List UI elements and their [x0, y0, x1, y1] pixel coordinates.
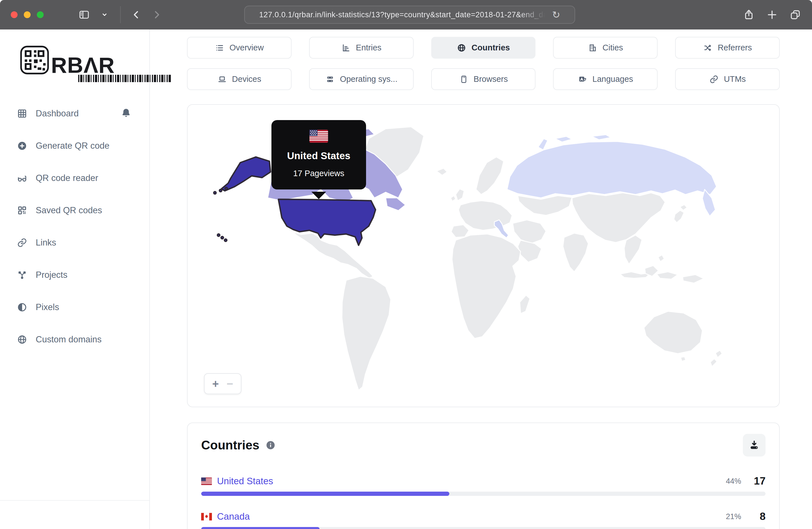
zoom-out-button[interactable]: − — [227, 378, 233, 390]
sidebar-item-label: Links — [36, 238, 56, 248]
sidebar-item-dashboard[interactable]: Dashboard — [0, 98, 149, 130]
tab-label: Browsers — [474, 74, 508, 84]
tab-languages[interactable]: Languages — [553, 68, 657, 90]
zoom-in-button[interactable]: + — [212, 378, 219, 390]
map-tooltip: United States 17 Pageviews — [272, 120, 366, 189]
chain-link-icon — [709, 74, 719, 84]
tab-entries[interactable]: Entries — [309, 37, 414, 59]
dashboard-grid-icon — [16, 108, 28, 119]
forward-button[interactable] — [150, 8, 163, 21]
maximize-window-button[interactable] — [37, 11, 44, 18]
qr-logo-icon — [20, 45, 49, 75]
chrome-divider — [120, 6, 121, 23]
tab-utms[interactable]: UTMs — [675, 68, 780, 90]
nodes-icon — [16, 269, 28, 281]
world-map-card: United States 17 Pageviews + − — [187, 104, 780, 407]
tooltip-pageviews: 17 Pageviews — [293, 169, 345, 178]
tab-referrers[interactable]: Referrers — [675, 37, 780, 59]
globe-icon — [16, 334, 28, 345]
sidebar-item-label: Generate QR code — [36, 141, 110, 151]
sidebar-item-label: Saved QR codes — [36, 205, 102, 216]
info-icon[interactable] — [265, 440, 276, 450]
browser-chrome: 127.0.0.1/qrbar.in/link-statistics/13?ty… — [0, 0, 812, 29]
country-progress-fill — [201, 491, 449, 496]
country-percent: 21% — [726, 512, 741, 521]
statistics-tabs: Overview Entries Countri — [187, 37, 780, 90]
us-flag-icon — [309, 130, 328, 143]
sidebar-item-generate-qr-code[interactable]: Generate QR code — [0, 130, 149, 162]
tab-label: Countries — [472, 43, 510, 53]
globe-icon — [457, 43, 466, 53]
reload-icon[interactable]: ↻ — [552, 10, 561, 19]
tab-countries[interactable]: Countries — [431, 37, 536, 59]
country-count: 8 — [753, 511, 766, 523]
country-row-united-states: United States 44% 17 — [201, 475, 766, 496]
browser-icon — [459, 74, 469, 84]
country-progress-track — [201, 527, 766, 529]
country-percent: 44% — [726, 477, 741, 486]
minimize-window-button[interactable] — [24, 11, 31, 18]
glasses-icon — [16, 173, 28, 184]
server-icon — [325, 74, 335, 84]
translate-icon — [578, 74, 587, 84]
bar-chart-icon — [341, 43, 351, 53]
sidebar-item-pixels[interactable]: Pixels — [0, 291, 149, 323]
sidebar-item-label: Dashboard — [36, 108, 79, 119]
sidebar-item-custom-domains[interactable]: Custom domains — [0, 323, 149, 356]
tab-devices[interactable]: Devices — [187, 68, 292, 90]
share-icon[interactable] — [742, 8, 755, 21]
tab-label: Referrers — [717, 43, 752, 53]
new-tab-icon[interactable] — [766, 8, 779, 21]
url-text: 127.0.0.1/qrbar.in/link-statistics/13?ty… — [259, 11, 548, 19]
tab-overview-icon[interactable] — [789, 8, 802, 21]
tab-label: Entries — [356, 43, 381, 53]
chevron-down-icon[interactable] — [98, 8, 111, 21]
tab-label: Overview — [230, 43, 264, 53]
contrast-icon — [16, 302, 28, 313]
us-flag-icon — [201, 477, 212, 485]
logo-text: RBΛR — [51, 56, 115, 75]
sidebar-item-projects[interactable]: Projects — [0, 259, 149, 291]
tab-label: Operating sys... — [340, 74, 397, 84]
tab-cities[interactable]: Cities — [553, 37, 657, 59]
plus-circle-icon — [16, 140, 28, 151]
url-bar[interactable]: 127.0.0.1/qrbar.in/link-statistics/13?ty… — [244, 6, 575, 24]
country-link[interactable]: Canada — [217, 511, 250, 522]
sidebar-item-label: Pixels — [36, 302, 59, 312]
tab-operating-systems[interactable]: Operating sys... — [309, 68, 414, 90]
logo-barcode — [78, 75, 172, 82]
sidebar-toggle-icon[interactable] — [78, 8, 91, 21]
country-link[interactable]: United States — [217, 476, 273, 486]
tab-overview[interactable]: Overview — [187, 37, 292, 59]
tab-label: UTMs — [724, 74, 746, 84]
canada-flag-icon — [201, 513, 212, 520]
sidebar-item-qr-code-reader[interactable]: QR code reader — [0, 162, 149, 194]
sidebar: RBΛR Dashboard — [0, 29, 150, 529]
country-count: 17 — [753, 475, 766, 487]
sidebar-item-links[interactable]: Links — [0, 226, 149, 259]
tab-label: Devices — [232, 74, 261, 84]
tab-browsers[interactable]: Browsers — [431, 68, 536, 90]
sidebar-item-label: Custom domains — [36, 335, 102, 344]
sidebar-nav: Dashboard Generate QR code — [0, 98, 149, 356]
tab-label: Languages — [592, 74, 633, 84]
download-button[interactable] — [743, 434, 766, 456]
back-button[interactable] — [130, 8, 143, 21]
sidebar-item-label: QR code reader — [36, 173, 98, 183]
laptop-icon — [217, 74, 227, 84]
bell-icon[interactable] — [120, 108, 132, 119]
countries-panel: Countries — [187, 423, 780, 529]
main-content: Overview Entries Countri — [150, 29, 812, 529]
download-icon — [749, 440, 760, 451]
sidebar-footer — [0, 501, 149, 529]
map-zoom-control: + − — [204, 373, 242, 394]
countries-panel-title: Countries — [201, 438, 259, 452]
country-row-canada: Canada 21% 8 — [201, 511, 766, 529]
chain-link-icon — [16, 237, 28, 248]
shuffle-icon — [703, 43, 713, 53]
qr-squares-icon — [16, 205, 28, 216]
list-icon — [215, 43, 224, 53]
close-window-button[interactable] — [11, 11, 17, 18]
sidebar-item-saved-qr-codes[interactable]: Saved QR codes — [0, 194, 149, 226]
app-logo[interactable]: RBΛR — [20, 41, 149, 75]
